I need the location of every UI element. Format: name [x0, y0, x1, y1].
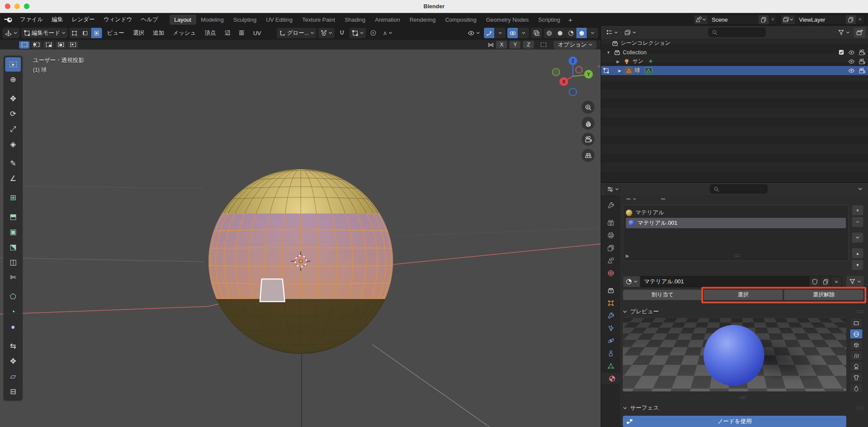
tab-output[interactable] — [603, 230, 618, 241]
disclosure-closed-icon[interactable]: ▶ — [615, 59, 621, 64]
resize-grip[interactable]: ∷∷ — [734, 253, 741, 259]
tool-transform[interactable]: ◈ — [5, 137, 21, 151]
view-layer-selector[interactable]: ViewLayer × — [781, 15, 865, 25]
tool-cursor[interactable]: ⊕ — [5, 72, 21, 87]
menu-view[interactable]: ビュー — [104, 28, 128, 38]
row-sphere-object[interactable]: ▶ 球 — [601, 66, 868, 75]
viewport-canvas[interactable]: ユーザー・透視投影 (1) 球 ➤ ⊕ ✥ ⟳ ⤢ ◈ ✎ ∠ ⊞ — [0, 49, 601, 427]
outliner-display-mode-button[interactable] — [622, 27, 638, 38]
tab-view-layer[interactable] — [603, 242, 618, 253]
select-invert-button[interactable] — [56, 41, 66, 49]
zoom-window-button[interactable] — [24, 3, 30, 9]
tab-scripting[interactable]: Scripting — [533, 15, 565, 25]
tab-collection[interactable] — [603, 285, 618, 296]
proportional-edit-toggle[interactable] — [368, 28, 379, 38]
overlays-dropdown[interactable] — [518, 28, 529, 38]
overlays-toggle[interactable] — [507, 28, 518, 38]
row-collection[interactable]: ▼ Collection — [601, 48, 868, 57]
gizmos-dropdown[interactable] — [495, 28, 506, 38]
tool-select-box[interactable]: ➤ — [5, 57, 21, 72]
remove-slot-button[interactable]: − — [852, 217, 864, 227]
pan-button[interactable] — [582, 117, 595, 130]
show-gizmo-dropdown[interactable] — [465, 28, 482, 38]
mode-dropdown[interactable]: 編集モード — [21, 28, 68, 38]
shading-material-button[interactable] — [566, 28, 576, 38]
tab-material[interactable] — [601, 373, 620, 384]
navigation-gizmo[interactable]: Z Y X — [550, 56, 595, 98]
mirror-x-button[interactable]: X — [496, 41, 507, 49]
snap-settings-dropdown[interactable] — [349, 28, 366, 38]
tab-layout[interactable]: Layout — [170, 15, 196, 25]
disclosure-closed-icon[interactable]: ▶ — [617, 69, 623, 73]
close-window-button[interactable] — [5, 3, 10, 9]
disable-render-camera-icon[interactable] — [858, 49, 865, 56]
material-slot-item[interactable]: マテリアル.001 — [626, 218, 846, 228]
resize-grip[interactable]: ∷∷ — [857, 309, 864, 315]
tool-bevel[interactable]: ⬔ — [5, 240, 21, 254]
checkbox-icon[interactable] — [838, 49, 845, 56]
tool-rip-region[interactable]: ⊟ — [5, 384, 21, 399]
menu-vertex[interactable]: 頂点 — [201, 28, 219, 38]
add-workspace-button[interactable]: + — [565, 15, 576, 24]
tab-world[interactable] — [603, 267, 618, 279]
select-set-button[interactable] — [19, 41, 30, 49]
shading-dropdown[interactable] — [587, 28, 598, 38]
menu-select[interactable]: 選択 — [129, 28, 148, 38]
surface-section-header[interactable]: サーフェス ∷∷ — [623, 403, 864, 413]
gizmo-neg-y-axis[interactable] — [552, 69, 560, 76]
hide-eye-icon[interactable] — [848, 58, 855, 65]
tab-animation[interactable]: Animation — [370, 15, 405, 25]
row-scene-collection[interactable]: シーンコレクション — [601, 39, 868, 48]
tab-texture-paint[interactable]: Texture Paint — [297, 15, 340, 25]
tool-add-cube[interactable]: ⊞ — [5, 191, 21, 205]
shading-solid-button[interactable] — [555, 28, 566, 38]
tab-uv-editing[interactable]: UV Editing — [261, 15, 297, 25]
properties-options-dropdown[interactable] — [856, 184, 865, 194]
menu-render[interactable]: レンダー — [67, 14, 99, 25]
tab-object[interactable] — [603, 297, 618, 309]
select-extend-button[interactable] — [31, 41, 42, 49]
tab-compositing[interactable]: Compositing — [441, 15, 481, 25]
view-layer-new-button[interactable] — [846, 15, 856, 24]
tab-modifiers[interactable] — [603, 310, 618, 321]
editor-type-button[interactable] — [3, 28, 20, 38]
menu-window[interactable]: ウィンドウ — [99, 14, 137, 25]
select-subtract-button[interactable] — [43, 41, 54, 49]
preview-cloth-button[interactable] — [850, 372, 863, 382]
tab-constraints[interactable] — [603, 348, 618, 359]
menu-edit[interactable]: 編集 — [47, 14, 67, 25]
tab-tool[interactable] — [603, 200, 618, 211]
mirror-y-button[interactable]: Y — [510, 41, 520, 49]
ortho-toggle-button[interactable] — [582, 149, 595, 162]
scene-new-button[interactable] — [759, 15, 769, 24]
tool-move[interactable]: ✥ — [5, 92, 21, 106]
edge-select-button[interactable] — [80, 28, 91, 38]
tab-physics[interactable] — [603, 335, 618, 346]
disable-render-camera-icon[interactable] — [858, 58, 865, 65]
camera-view-button[interactable] — [582, 133, 595, 146]
tab-render[interactable] — [603, 217, 618, 228]
tool-shear[interactable]: ▱ — [5, 369, 21, 384]
minimize-window-button[interactable] — [14, 3, 20, 9]
tool-knife[interactable]: ✄ — [5, 270, 21, 285]
select-intersect-button[interactable] — [68, 41, 78, 49]
menu-file[interactable]: ファイル — [16, 14, 47, 25]
transform-orientation-dropdown[interactable]: グロー... — [277, 28, 316, 38]
tab-scene[interactable] — [603, 255, 618, 266]
tool-annotate[interactable]: ✎ — [5, 156, 21, 171]
tab-modeling[interactable]: Modeling — [196, 15, 229, 25]
scene-unlink-button[interactable]: × — [769, 16, 777, 23]
properties-search-input[interactable] — [710, 184, 767, 194]
outliner-search-input[interactable] — [708, 28, 766, 37]
unlink-material-button[interactable]: × — [831, 276, 842, 287]
move-slot-up-button[interactable]: ▲ — [852, 248, 864, 259]
view-layer-remove-button[interactable]: × — [856, 16, 864, 23]
sidebar-collapse-arrow[interactable]: ‹ — [598, 62, 600, 69]
face-select-button[interactable] — [91, 28, 102, 38]
move-slot-down-button[interactable]: ▼ — [852, 259, 864, 270]
active-face[interactable] — [260, 279, 285, 302]
shading-wireframe-button[interactable] — [544, 28, 555, 38]
list-expand-arrow[interactable]: ▶ — [626, 253, 629, 258]
tool-smooth[interactable]: ● — [5, 320, 21, 334]
row-sun-object[interactable]: ▶ サン ☀ — [601, 57, 868, 66]
